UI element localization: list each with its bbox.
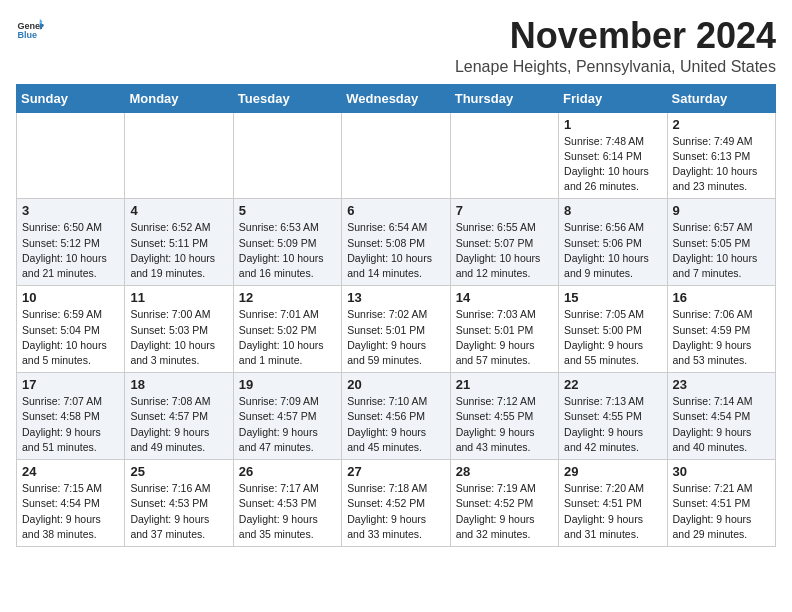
day-info: Sunrise: 7:19 AM Sunset: 4:52 PM Dayligh… bbox=[456, 481, 553, 542]
calendar-cell: 11Sunrise: 7:00 AM Sunset: 5:03 PM Dayli… bbox=[125, 286, 233, 373]
day-info: Sunrise: 6:53 AM Sunset: 5:09 PM Dayligh… bbox=[239, 220, 336, 281]
calendar-cell: 27Sunrise: 7:18 AM Sunset: 4:52 PM Dayli… bbox=[342, 460, 450, 547]
calendar-cell: 14Sunrise: 7:03 AM Sunset: 5:01 PM Dayli… bbox=[450, 286, 558, 373]
day-number: 24 bbox=[22, 464, 119, 479]
svg-text:Blue: Blue bbox=[17, 30, 37, 40]
calendar-subtitle: Lenape Heights, Pennsylvania, United Sta… bbox=[455, 58, 776, 76]
calendar-cell: 5Sunrise: 6:53 AM Sunset: 5:09 PM Daylig… bbox=[233, 199, 341, 286]
day-number: 14 bbox=[456, 290, 553, 305]
header-day-friday: Friday bbox=[559, 84, 667, 112]
calendar-header-row: SundayMondayTuesdayWednesdayThursdayFrid… bbox=[17, 84, 776, 112]
week-row-1: 3Sunrise: 6:50 AM Sunset: 5:12 PM Daylig… bbox=[17, 199, 776, 286]
calendar-cell: 25Sunrise: 7:16 AM Sunset: 4:53 PM Dayli… bbox=[125, 460, 233, 547]
day-info: Sunrise: 6:59 AM Sunset: 5:04 PM Dayligh… bbox=[22, 307, 119, 368]
calendar-table: SundayMondayTuesdayWednesdayThursdayFrid… bbox=[16, 84, 776, 547]
calendar-cell: 2Sunrise: 7:49 AM Sunset: 6:13 PM Daylig… bbox=[667, 112, 775, 199]
day-info: Sunrise: 7:02 AM Sunset: 5:01 PM Dayligh… bbox=[347, 307, 444, 368]
calendar-cell: 7Sunrise: 6:55 AM Sunset: 5:07 PM Daylig… bbox=[450, 199, 558, 286]
day-number: 3 bbox=[22, 203, 119, 218]
day-number: 11 bbox=[130, 290, 227, 305]
day-info: Sunrise: 7:21 AM Sunset: 4:51 PM Dayligh… bbox=[673, 481, 770, 542]
calendar-cell: 3Sunrise: 6:50 AM Sunset: 5:12 PM Daylig… bbox=[17, 199, 125, 286]
day-info: Sunrise: 7:01 AM Sunset: 5:02 PM Dayligh… bbox=[239, 307, 336, 368]
calendar-cell: 20Sunrise: 7:10 AM Sunset: 4:56 PM Dayli… bbox=[342, 373, 450, 460]
calendar-cell: 15Sunrise: 7:05 AM Sunset: 5:00 PM Dayli… bbox=[559, 286, 667, 373]
day-info: Sunrise: 6:56 AM Sunset: 5:06 PM Dayligh… bbox=[564, 220, 661, 281]
day-number: 19 bbox=[239, 377, 336, 392]
week-row-2: 10Sunrise: 6:59 AM Sunset: 5:04 PM Dayli… bbox=[17, 286, 776, 373]
day-info: Sunrise: 6:50 AM Sunset: 5:12 PM Dayligh… bbox=[22, 220, 119, 281]
day-number: 15 bbox=[564, 290, 661, 305]
calendar-cell: 30Sunrise: 7:21 AM Sunset: 4:51 PM Dayli… bbox=[667, 460, 775, 547]
calendar-cell: 24Sunrise: 7:15 AM Sunset: 4:54 PM Dayli… bbox=[17, 460, 125, 547]
day-info: Sunrise: 6:52 AM Sunset: 5:11 PM Dayligh… bbox=[130, 220, 227, 281]
week-row-4: 24Sunrise: 7:15 AM Sunset: 4:54 PM Dayli… bbox=[17, 460, 776, 547]
calendar-cell: 17Sunrise: 7:07 AM Sunset: 4:58 PM Dayli… bbox=[17, 373, 125, 460]
week-row-3: 17Sunrise: 7:07 AM Sunset: 4:58 PM Dayli… bbox=[17, 373, 776, 460]
logo: General Blue bbox=[16, 16, 44, 44]
calendar-cell bbox=[450, 112, 558, 199]
calendar-cell: 9Sunrise: 6:57 AM Sunset: 5:05 PM Daylig… bbox=[667, 199, 775, 286]
header-day-tuesday: Tuesday bbox=[233, 84, 341, 112]
day-info: Sunrise: 7:00 AM Sunset: 5:03 PM Dayligh… bbox=[130, 307, 227, 368]
header-day-monday: Monday bbox=[125, 84, 233, 112]
day-number: 5 bbox=[239, 203, 336, 218]
day-info: Sunrise: 7:07 AM Sunset: 4:58 PM Dayligh… bbox=[22, 394, 119, 455]
calendar-cell: 1Sunrise: 7:48 AM Sunset: 6:14 PM Daylig… bbox=[559, 112, 667, 199]
day-info: Sunrise: 7:09 AM Sunset: 4:57 PM Dayligh… bbox=[239, 394, 336, 455]
day-number: 6 bbox=[347, 203, 444, 218]
day-number: 25 bbox=[130, 464, 227, 479]
calendar-cell: 19Sunrise: 7:09 AM Sunset: 4:57 PM Dayli… bbox=[233, 373, 341, 460]
day-number: 8 bbox=[564, 203, 661, 218]
day-number: 1 bbox=[564, 117, 661, 132]
day-number: 26 bbox=[239, 464, 336, 479]
header-day-sunday: Sunday bbox=[17, 84, 125, 112]
day-info: Sunrise: 7:10 AM Sunset: 4:56 PM Dayligh… bbox=[347, 394, 444, 455]
day-number: 9 bbox=[673, 203, 770, 218]
day-info: Sunrise: 7:18 AM Sunset: 4:52 PM Dayligh… bbox=[347, 481, 444, 542]
calendar-cell bbox=[233, 112, 341, 199]
day-number: 22 bbox=[564, 377, 661, 392]
day-number: 30 bbox=[673, 464, 770, 479]
calendar-cell: 13Sunrise: 7:02 AM Sunset: 5:01 PM Dayli… bbox=[342, 286, 450, 373]
day-info: Sunrise: 6:55 AM Sunset: 5:07 PM Dayligh… bbox=[456, 220, 553, 281]
week-row-0: 1Sunrise: 7:48 AM Sunset: 6:14 PM Daylig… bbox=[17, 112, 776, 199]
calendar-cell: 16Sunrise: 7:06 AM Sunset: 4:59 PM Dayli… bbox=[667, 286, 775, 373]
calendar-cell: 12Sunrise: 7:01 AM Sunset: 5:02 PM Dayli… bbox=[233, 286, 341, 373]
calendar-title: November 2024 bbox=[455, 16, 776, 56]
calendar-cell: 8Sunrise: 6:56 AM Sunset: 5:06 PM Daylig… bbox=[559, 199, 667, 286]
day-info: Sunrise: 7:13 AM Sunset: 4:55 PM Dayligh… bbox=[564, 394, 661, 455]
day-info: Sunrise: 7:15 AM Sunset: 4:54 PM Dayligh… bbox=[22, 481, 119, 542]
day-info: Sunrise: 7:06 AM Sunset: 4:59 PM Dayligh… bbox=[673, 307, 770, 368]
title-section: November 2024 Lenape Heights, Pennsylvan… bbox=[455, 16, 776, 76]
day-info: Sunrise: 7:48 AM Sunset: 6:14 PM Dayligh… bbox=[564, 134, 661, 195]
day-number: 20 bbox=[347, 377, 444, 392]
calendar-cell: 22Sunrise: 7:13 AM Sunset: 4:55 PM Dayli… bbox=[559, 373, 667, 460]
calendar-cell bbox=[342, 112, 450, 199]
day-number: 28 bbox=[456, 464, 553, 479]
calendar-cell: 28Sunrise: 7:19 AM Sunset: 4:52 PM Dayli… bbox=[450, 460, 558, 547]
calendar-cell: 26Sunrise: 7:17 AM Sunset: 4:53 PM Dayli… bbox=[233, 460, 341, 547]
day-number: 17 bbox=[22, 377, 119, 392]
day-number: 10 bbox=[22, 290, 119, 305]
calendar-cell: 6Sunrise: 6:54 AM Sunset: 5:08 PM Daylig… bbox=[342, 199, 450, 286]
day-number: 7 bbox=[456, 203, 553, 218]
calendar-cell: 29Sunrise: 7:20 AM Sunset: 4:51 PM Dayli… bbox=[559, 460, 667, 547]
day-info: Sunrise: 7:14 AM Sunset: 4:54 PM Dayligh… bbox=[673, 394, 770, 455]
calendar-cell: 10Sunrise: 6:59 AM Sunset: 5:04 PM Dayli… bbox=[17, 286, 125, 373]
calendar-cell: 4Sunrise: 6:52 AM Sunset: 5:11 PM Daylig… bbox=[125, 199, 233, 286]
day-number: 23 bbox=[673, 377, 770, 392]
calendar-cell bbox=[125, 112, 233, 199]
header-day-thursday: Thursday bbox=[450, 84, 558, 112]
day-number: 16 bbox=[673, 290, 770, 305]
day-info: Sunrise: 7:05 AM Sunset: 5:00 PM Dayligh… bbox=[564, 307, 661, 368]
day-number: 13 bbox=[347, 290, 444, 305]
day-info: Sunrise: 7:12 AM Sunset: 4:55 PM Dayligh… bbox=[456, 394, 553, 455]
calendar-cell: 18Sunrise: 7:08 AM Sunset: 4:57 PM Dayli… bbox=[125, 373, 233, 460]
day-number: 21 bbox=[456, 377, 553, 392]
day-number: 29 bbox=[564, 464, 661, 479]
calendar-cell bbox=[17, 112, 125, 199]
day-info: Sunrise: 7:17 AM Sunset: 4:53 PM Dayligh… bbox=[239, 481, 336, 542]
calendar-cell: 21Sunrise: 7:12 AM Sunset: 4:55 PM Dayli… bbox=[450, 373, 558, 460]
logo-icon: General Blue bbox=[16, 16, 44, 44]
